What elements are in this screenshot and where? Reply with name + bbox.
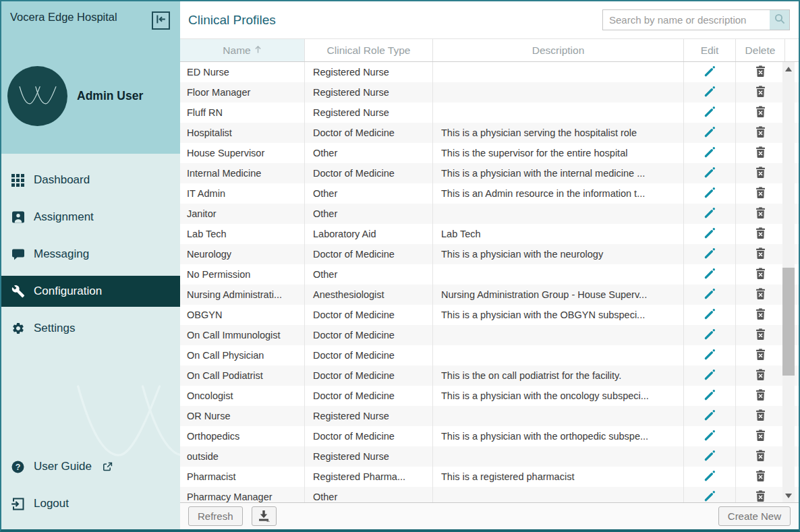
delete-button[interactable] bbox=[736, 345, 785, 365]
edit-button[interactable] bbox=[684, 487, 736, 502]
delete-button[interactable] bbox=[736, 123, 785, 143]
cell-name: Pharmacist bbox=[180, 467, 305, 487]
trash-icon bbox=[755, 247, 766, 261]
edit-button[interactable] bbox=[684, 102, 736, 123]
edit-button[interactable] bbox=[684, 386, 736, 406]
edit-button[interactable] bbox=[684, 345, 736, 365]
delete-button[interactable] bbox=[736, 285, 785, 305]
trash-icon bbox=[755, 349, 766, 362]
edit-button[interactable] bbox=[684, 163, 736, 183]
edit-button[interactable] bbox=[684, 143, 736, 163]
cell-description: This is the on call podiatrist for the f… bbox=[433, 365, 684, 386]
delete-button[interactable] bbox=[736, 487, 785, 502]
sidebar-item-messaging[interactable]: Messaging bbox=[1, 239, 180, 270]
scrollbar-up-arrow[interactable] bbox=[782, 63, 795, 74]
edit-button[interactable] bbox=[684, 406, 736, 426]
cell-name: Hospitalist bbox=[180, 123, 305, 143]
delete-button[interactable] bbox=[736, 183, 785, 204]
edit-pencil-icon bbox=[703, 146, 716, 161]
table-row: Orthopedics Doctor of Medicine This is a… bbox=[180, 426, 799, 446]
user-name: Admin User bbox=[77, 89, 143, 103]
table-row: Oncologist Doctor of Medicine This is a … bbox=[180, 386, 799, 406]
edit-button[interactable] bbox=[684, 224, 736, 244]
edit-button[interactable] bbox=[684, 82, 736, 102]
edit-button[interactable] bbox=[684, 123, 736, 143]
delete-button[interactable] bbox=[736, 386, 785, 406]
edit-button[interactable] bbox=[684, 365, 736, 386]
cell-name: Janitor bbox=[180, 204, 305, 224]
download-button[interactable] bbox=[252, 506, 277, 526]
sidebar-item-settings[interactable]: Settings bbox=[1, 313, 180, 344]
search-input[interactable] bbox=[602, 9, 790, 30]
edit-button[interactable] bbox=[684, 325, 736, 345]
scrollbar-down-arrow[interactable] bbox=[782, 490, 795, 501]
sidebar-item-logout[interactable]: Logout bbox=[1, 488, 180, 519]
cell-description bbox=[433, 446, 684, 467]
column-header-role[interactable]: Clinical Role Type bbox=[305, 39, 433, 61]
delete-button[interactable] bbox=[736, 102, 785, 123]
cell-name: Fluff RN bbox=[180, 102, 305, 123]
delete-button[interactable] bbox=[736, 325, 785, 345]
main-header: Clinical Profiles bbox=[180, 1, 799, 39]
table-row: Pharmacist Registered Pharma... This is … bbox=[180, 467, 799, 487]
edit-button[interactable] bbox=[684, 204, 736, 224]
cell-description bbox=[433, 82, 684, 102]
edit-button[interactable] bbox=[684, 264, 736, 285]
create-new-button[interactable]: Create New bbox=[718, 506, 791, 526]
sidebar-item-user-guide[interactable]: ?User Guide bbox=[1, 451, 180, 482]
delete-button[interactable] bbox=[736, 163, 785, 183]
avatar bbox=[7, 66, 67, 126]
edit-button[interactable] bbox=[684, 305, 736, 325]
app-title: Vocera Edge Hospital bbox=[10, 11, 117, 24]
delete-button[interactable] bbox=[736, 446, 785, 467]
search-icon bbox=[774, 13, 785, 27]
cell-role: Registered Pharma... bbox=[305, 467, 433, 487]
delete-button[interactable] bbox=[736, 467, 785, 487]
scrollbar-thumb[interactable] bbox=[782, 268, 795, 376]
column-header-name[interactable]: Name bbox=[180, 39, 305, 61]
edit-button[interactable] bbox=[684, 446, 736, 467]
sidebar-item-label: User Guide bbox=[34, 460, 92, 473]
sidebar-item-configuration[interactable]: Configuration bbox=[1, 276, 180, 307]
cell-role: Registered Nurse bbox=[305, 82, 433, 102]
edit-pencil-icon bbox=[703, 287, 716, 303]
edit-pencil-icon bbox=[703, 307, 716, 323]
gear-icon bbox=[10, 322, 26, 335]
delete-button[interactable] bbox=[736, 62, 785, 82]
delete-button[interactable] bbox=[736, 82, 785, 102]
edit-button[interactable] bbox=[684, 244, 736, 264]
cell-role: Doctor of Medicine bbox=[305, 325, 433, 345]
cell-role: Doctor of Medicine bbox=[305, 244, 433, 264]
column-header-description[interactable]: Description bbox=[433, 39, 684, 61]
delete-button[interactable] bbox=[736, 305, 785, 325]
delete-button[interactable] bbox=[736, 426, 785, 446]
table-row: Nursing Administrati... Anesthesiologist… bbox=[180, 285, 799, 305]
edit-button[interactable] bbox=[684, 426, 736, 446]
trash-icon bbox=[755, 409, 766, 423]
delete-button[interactable] bbox=[736, 244, 785, 264]
delete-button[interactable] bbox=[736, 264, 785, 285]
delete-button[interactable] bbox=[736, 143, 785, 163]
edit-button[interactable] bbox=[684, 467, 736, 487]
cell-description bbox=[433, 406, 684, 426]
delete-button[interactable] bbox=[736, 365, 785, 386]
refresh-button[interactable]: Refresh bbox=[188, 506, 243, 526]
vertical-scrollbar[interactable] bbox=[782, 62, 795, 502]
search-button[interactable] bbox=[770, 10, 789, 30]
edit-button[interactable] bbox=[684, 62, 736, 82]
edit-button[interactable] bbox=[684, 285, 736, 305]
trash-icon bbox=[755, 268, 766, 281]
app-window: Vocera Edge Hospital bbox=[0, 0, 800, 532]
delete-button[interactable] bbox=[736, 204, 785, 224]
table-row: Fluff RN Registered Nurse bbox=[180, 102, 799, 123]
trash-icon bbox=[755, 106, 766, 119]
sidebar-collapse-button[interactable] bbox=[152, 11, 170, 30]
edit-button[interactable] bbox=[684, 183, 736, 204]
cell-name: IT Admin bbox=[180, 183, 305, 204]
sidebar-item-dashboard[interactable]: Dashboard bbox=[1, 165, 180, 196]
table-row: ED Nurse Registered Nurse bbox=[180, 62, 799, 82]
sidebar-item-assignment[interactable]: Assignment bbox=[1, 202, 180, 233]
delete-button[interactable] bbox=[736, 406, 785, 426]
delete-button[interactable] bbox=[736, 224, 785, 244]
table-row: IT Admin Other This is an Admin resource… bbox=[180, 183, 799, 204]
